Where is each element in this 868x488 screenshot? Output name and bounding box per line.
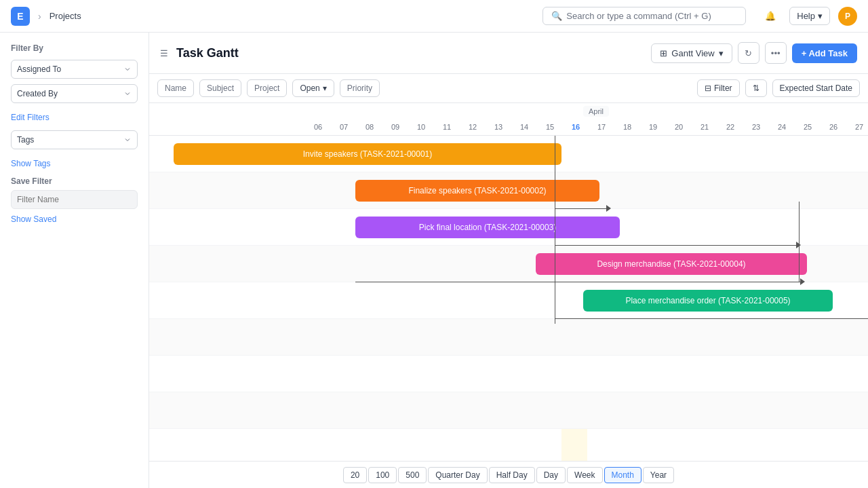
day-24: 24 bbox=[769, 123, 795, 131]
task-label-2: Finalize speakers (TASK-2021-00002) bbox=[408, 186, 546, 195]
sort-button[interactable]: ⇅ bbox=[745, 79, 767, 97]
sidebar: Filter By Assigned To Created By Edit Fi… bbox=[0, 33, 149, 488]
day-07: 07 bbox=[331, 123, 357, 131]
gantt-view-button[interactable]: ⊞ Gantt View ▾ bbox=[651, 43, 732, 63]
day-26: 26 bbox=[821, 123, 846, 131]
day-25: 25 bbox=[795, 123, 821, 131]
more-options-button[interactable]: ••• bbox=[765, 42, 787, 64]
task-row-2: Finalize speakers (TASK-2021-00002) bbox=[149, 172, 868, 209]
day-23: 23 bbox=[743, 123, 769, 131]
breadcrumb-projects[interactable]: Projects bbox=[50, 11, 81, 21]
help-button[interactable]: Help ▾ bbox=[789, 7, 830, 25]
day-19: 19 bbox=[640, 123, 666, 131]
month-label: April bbox=[583, 106, 609, 117]
tags-select[interactable]: Tags bbox=[11, 130, 138, 149]
filter-icon: ⊟ bbox=[705, 83, 711, 93]
help-label: Help bbox=[797, 11, 815, 21]
chevron-down-icon: ▾ bbox=[818, 11, 823, 21]
task-bar-invite-speakers[interactable]: Invite speakers (TASK-2021-00001) bbox=[174, 143, 561, 165]
task-bar-merchandise[interactable]: Design merchandise (TASK-2021-00004) bbox=[536, 253, 807, 275]
ellipsis-icon: ••• bbox=[771, 48, 781, 58]
bottom-zoom-bar: 20 100 500 Quarter Day Half Day Day Week… bbox=[149, 461, 868, 488]
expected-start-date-button[interactable]: Expected Start Date bbox=[772, 79, 860, 97]
month-button[interactable]: Month bbox=[604, 467, 642, 483]
task-label-3: Pick final location (TASK-2021-00003) bbox=[419, 223, 557, 232]
gantt-chart: April 06 07 08 09 10 11 12 13 14 15 16 1… bbox=[149, 103, 868, 461]
gantt-rows: Invite speakers (TASK-2021-00001) Finali… bbox=[149, 136, 868, 461]
task-bar-location[interactable]: Pick final location (TASK-2021-00003) bbox=[355, 217, 620, 238]
search-icon: 🔍 bbox=[551, 11, 562, 21]
day-11: 11 bbox=[434, 123, 460, 131]
subject-field-button[interactable]: Subject bbox=[199, 79, 241, 97]
refresh-button[interactable]: ↻ bbox=[738, 42, 760, 64]
gantt-area: Name Subject Project Open ▾ Priority ⊟ F… bbox=[149, 74, 868, 488]
avatar[interactable]: P bbox=[838, 7, 857, 26]
arrow-line-v1-long bbox=[555, 136, 555, 324]
task-row-empty-3 bbox=[149, 392, 868, 429]
project-field-button[interactable]: Project bbox=[247, 79, 287, 97]
zoom-100-button[interactable]: 100 bbox=[368, 467, 397, 483]
gantt-toolbar: Name Subject Project Open ▾ Priority ⊟ F… bbox=[149, 74, 868, 103]
day-18: 18 bbox=[614, 123, 640, 131]
year-button[interactable]: Year bbox=[643, 467, 674, 483]
zoom-20-button[interactable]: 20 bbox=[343, 467, 367, 483]
timeline-header: April 06 07 08 09 10 11 12 13 14 15 16 1… bbox=[149, 103, 868, 136]
search-placeholder: Search or type a command (Ctrl + G) bbox=[566, 11, 711, 21]
task-bar-merchandise-order[interactable]: Place merchandise order (TASK-2021-00005… bbox=[583, 290, 833, 312]
arrow-head-1 bbox=[606, 205, 611, 212]
day-08: 08 bbox=[357, 123, 382, 131]
day-16-today: 16 bbox=[563, 123, 589, 131]
quarter-day-button[interactable]: Quarter Day bbox=[428, 467, 487, 483]
day-14: 14 bbox=[511, 123, 537, 131]
day-22: 22 bbox=[717, 123, 743, 131]
arrow-line-h2 bbox=[555, 245, 799, 246]
task-label-5: Place merchandise order (TASK-2021-00005… bbox=[625, 296, 790, 305]
add-task-button[interactable]: + Add Task bbox=[792, 43, 857, 63]
arrow-line-h1 bbox=[555, 208, 609, 209]
hamburger-icon[interactable]: ☰ bbox=[160, 48, 168, 58]
task-bar-finalize-speakers[interactable]: Finalize speakers (TASK-2021-00002) bbox=[355, 180, 599, 202]
notifications-bell[interactable]: 🔔 bbox=[760, 5, 781, 27]
filter-by-label: Filter By bbox=[11, 43, 138, 53]
day-button[interactable]: Day bbox=[536, 467, 566, 483]
day-12: 12 bbox=[460, 123, 486, 131]
edit-filters-link[interactable]: Edit Filters bbox=[11, 113, 138, 122]
assigned-to-select[interactable]: Assigned To bbox=[11, 60, 138, 79]
gantt-view-label: Gantt View bbox=[671, 48, 714, 58]
half-day-button[interactable]: Half Day bbox=[489, 467, 535, 483]
task-row-empty-1 bbox=[149, 319, 868, 356]
created-by-select[interactable]: Created By bbox=[11, 84, 138, 103]
day-10: 10 bbox=[408, 123, 434, 131]
zoom-500-button[interactable]: 500 bbox=[398, 467, 427, 483]
status-dropdown[interactable]: Open ▾ bbox=[292, 79, 334, 97]
chevron-down-icon: ▾ bbox=[323, 83, 327, 93]
task-row-empty-2 bbox=[149, 356, 868, 392]
save-filter-label: Save Filter bbox=[11, 176, 138, 186]
arrow-line-h3 bbox=[355, 282, 803, 282]
day-20: 20 bbox=[666, 123, 692, 131]
refresh-icon: ↻ bbox=[745, 48, 752, 58]
day-15: 15 bbox=[537, 123, 563, 131]
name-field-button[interactable]: Name bbox=[157, 79, 194, 97]
chevron-down-icon: ▾ bbox=[719, 48, 724, 58]
arrow-head-3 bbox=[800, 278, 805, 285]
breadcrumb-separator: › bbox=[38, 11, 41, 22]
arrow-line-h4 bbox=[555, 318, 868, 319]
week-button[interactable]: Week bbox=[567, 467, 602, 483]
main-content: ☰ Task Gantt ⊞ Gantt View ▾ ↻ ••• + Add … bbox=[149, 33, 868, 488]
priority-field-button[interactable]: Priority bbox=[340, 79, 380, 97]
task-row-1: Invite speakers (TASK-2021-00001) bbox=[149, 136, 868, 172]
show-saved-link[interactable]: Show Saved bbox=[11, 214, 138, 224]
day-13: 13 bbox=[486, 123, 511, 131]
filter-name-input[interactable] bbox=[11, 190, 138, 209]
show-tags-link[interactable]: Show Tags bbox=[11, 159, 138, 168]
app-logo: E bbox=[11, 7, 30, 26]
filter-button[interactable]: ⊟ Filter bbox=[697, 79, 740, 97]
status-label: Open bbox=[300, 83, 319, 93]
task-row-5: Place merchandise order (TASK-2021-00005… bbox=[149, 282, 868, 319]
day-27: 27 bbox=[846, 123, 868, 131]
task-label-1: Invite speakers (TASK-2021-00001) bbox=[303, 149, 433, 159]
gantt-view-icon: ⊞ bbox=[660, 48, 667, 58]
search-bar[interactable]: 🔍 Search or type a command (Ctrl + G) bbox=[542, 7, 746, 25]
task-label-4: Design merchandise (TASK-2021-00004) bbox=[597, 259, 745, 269]
